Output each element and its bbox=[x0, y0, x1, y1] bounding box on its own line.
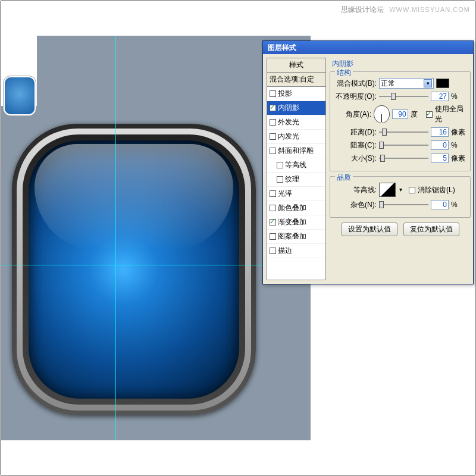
style-item-label: 纹理 bbox=[285, 174, 299, 184]
watermark-en: WWW.MISSYUAN.COM bbox=[389, 6, 470, 13]
styles-list: 样式 混合选项:自定 投影内阴影外发光内发光斜面和浮雕等高线纹理光泽颜色叠加渐变… bbox=[267, 58, 326, 280]
angle-unit: 度 bbox=[411, 109, 424, 120]
structure-legend: 结构 bbox=[335, 68, 353, 78]
style-checkbox[interactable] bbox=[270, 248, 276, 254]
angle-dial[interactable] bbox=[374, 105, 390, 123]
style-item-label: 内发光 bbox=[278, 131, 299, 142]
noise-slider[interactable] bbox=[379, 199, 428, 210]
chevron-down-icon: ▾ bbox=[424, 79, 432, 87]
noise-input[interactable]: 0 bbox=[431, 200, 449, 209]
style-item-内阴影[interactable]: 内阴影 bbox=[267, 101, 325, 115]
choke-unit: % bbox=[451, 141, 466, 149]
watermark: 思缘设计论坛 WWW.MISSYUAN.COM bbox=[341, 5, 470, 15]
style-item-label: 渐变叠加 bbox=[278, 217, 306, 227]
style-checkbox[interactable] bbox=[277, 162, 283, 168]
styles-list-header[interactable]: 样式 bbox=[267, 58, 325, 73]
style-item-label: 光泽 bbox=[278, 189, 292, 199]
blend-mode-value: 正常 bbox=[381, 79, 395, 89]
angle-label: 角度(A): bbox=[334, 109, 371, 120]
size-label: 大小(S): bbox=[334, 154, 377, 164]
size-unit: 像素 bbox=[451, 154, 466, 164]
opacity-input[interactable]: 27 bbox=[431, 92, 449, 101]
choke-slider[interactable] bbox=[379, 140, 428, 151]
style-checkbox[interactable] bbox=[270, 105, 276, 111]
style-item-label: 内阴影 bbox=[278, 103, 299, 113]
contour-picker[interactable] bbox=[379, 183, 396, 197]
antialias-label: 消除锯齿(L) bbox=[418, 185, 455, 195]
distance-input[interactable]: 16 bbox=[431, 127, 449, 137]
button-shape-glass bbox=[29, 140, 239, 399]
style-checkbox[interactable] bbox=[270, 119, 276, 126]
style-item-label: 斜面和浮雕 bbox=[278, 146, 314, 156]
style-checkbox[interactable] bbox=[270, 133, 276, 140]
blend-mode-select[interactable]: 正常 ▾ bbox=[379, 78, 434, 89]
angle-input[interactable]: 90 bbox=[392, 109, 408, 119]
distance-unit: 像素 bbox=[451, 127, 466, 137]
style-checkbox[interactable] bbox=[270, 219, 276, 226]
quality-group: 品质 等高线: 消除锯齿(L) 杂色(N): 0 % bbox=[330, 176, 471, 218]
style-item-label: 投影 bbox=[278, 89, 292, 99]
style-checkbox[interactable] bbox=[270, 90, 276, 97]
distance-slider[interactable] bbox=[379, 127, 428, 137]
style-item-label: 外发光 bbox=[278, 117, 299, 127]
style-item-等高线[interactable]: 等高线 bbox=[267, 158, 325, 173]
noise-label: 杂色(N): bbox=[334, 200, 377, 210]
guide-vertical[interactable] bbox=[115, 36, 116, 440]
style-item-图案叠加[interactable]: 图案叠加 bbox=[267, 230, 325, 244]
dialog-title: 图层样式 bbox=[268, 43, 296, 52]
antialias-checkbox[interactable] bbox=[409, 187, 415, 193]
layer-style-dialog: 图层样式 样式 混合选项:自定 投影内阴影外发光内发光斜面和浮雕等高线纹理光泽颜… bbox=[262, 40, 474, 284]
style-checkbox[interactable] bbox=[270, 190, 276, 197]
style-item-label: 颜色叠加 bbox=[278, 203, 306, 213]
contour-label: 等高线: bbox=[334, 185, 377, 195]
quality-legend: 品质 bbox=[335, 173, 353, 183]
watermark-cn: 思缘设计论坛 bbox=[341, 5, 384, 14]
choke-label: 阻塞(C): bbox=[334, 140, 377, 151]
style-item-label: 等高线 bbox=[285, 160, 306, 170]
style-item-内发光[interactable]: 内发光 bbox=[267, 130, 325, 144]
style-item-渐变叠加[interactable]: 渐变叠加 bbox=[267, 215, 325, 230]
choke-input[interactable]: 0 bbox=[431, 140, 449, 150]
style-settings-panel: 内阴影 结构 混合模式(B): 正常 ▾ 不透明度(O): 27 bbox=[328, 54, 473, 284]
blend-mode-label: 混合模式(B): bbox=[334, 79, 377, 89]
style-checkbox[interactable] bbox=[270, 233, 276, 240]
style-item-投影[interactable]: 投影 bbox=[267, 87, 325, 101]
size-slider[interactable] bbox=[379, 153, 428, 164]
global-light-checkbox[interactable] bbox=[426, 111, 433, 118]
opacity-label: 不透明度(O): bbox=[334, 92, 377, 102]
dialog-titlebar[interactable]: 图层样式 bbox=[263, 41, 473, 54]
style-item-纹理[interactable]: 纹理 bbox=[267, 173, 325, 187]
style-item-外发光[interactable]: 外发光 bbox=[267, 115, 325, 130]
color-swatch[interactable] bbox=[436, 79, 449, 88]
style-item-斜面和浮雕[interactable]: 斜面和浮雕 bbox=[267, 144, 325, 158]
opacity-slider[interactable] bbox=[379, 91, 428, 102]
structure-group: 结构 混合模式(B): 正常 ▾ 不透明度(O): 27 % bbox=[330, 71, 471, 171]
style-item-光泽[interactable]: 光泽 bbox=[267, 187, 325, 201]
thumbnail-icon bbox=[5, 77, 35, 114]
reset-default-button[interactable]: 复位为默认值 bbox=[403, 223, 459, 236]
opacity-unit: % bbox=[451, 92, 466, 101]
global-light-label: 使用全局光 bbox=[435, 104, 466, 124]
blend-options-row[interactable]: 混合选项:自定 bbox=[267, 73, 325, 87]
style-checkbox[interactable] bbox=[270, 205, 276, 211]
size-input[interactable]: 5 bbox=[431, 154, 449, 163]
style-checkbox[interactable] bbox=[277, 176, 283, 183]
noise-unit: % bbox=[451, 201, 466, 209]
style-item-颜色叠加[interactable]: 颜色叠加 bbox=[267, 201, 325, 215]
style-item-label: 描边 bbox=[278, 246, 292, 256]
style-item-描边[interactable]: 描边 bbox=[267, 244, 325, 258]
style-checkbox[interactable] bbox=[270, 148, 276, 154]
make-default-button[interactable]: 设置为默认值 bbox=[342, 223, 397, 236]
distance-label: 距离(D): bbox=[334, 127, 377, 137]
style-item-label: 图案叠加 bbox=[278, 231, 306, 242]
